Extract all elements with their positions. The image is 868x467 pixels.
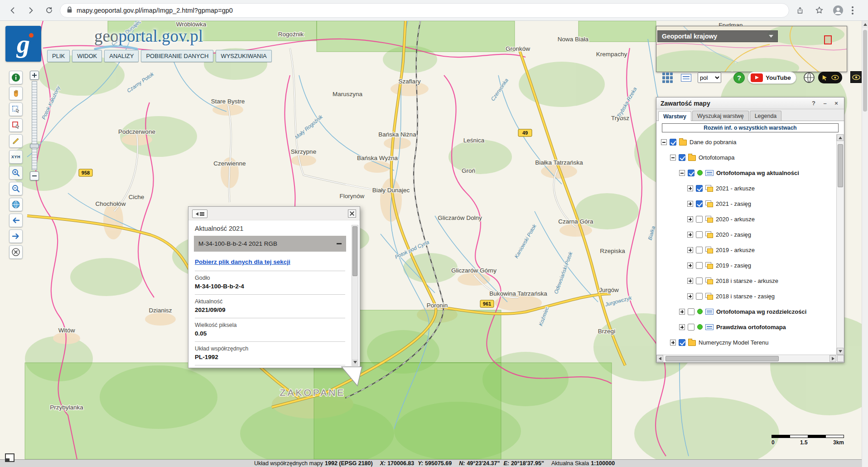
- layer-checkbox[interactable]: [696, 247, 703, 253]
- layer-checkbox[interactable]: [688, 170, 694, 176]
- tree-row[interactable]: 2020 - arkusze: [656, 211, 836, 227]
- menu-plik[interactable]: PLIK: [47, 50, 70, 62]
- layer-checkbox[interactable]: [670, 139, 676, 146]
- tree-row[interactable]: 2018 i starsze - zasięg: [656, 288, 836, 304]
- browser-back-button[interactable]: [5, 3, 20, 18]
- zoom-slider-plus-button[interactable]: [30, 71, 39, 80]
- panel-vertical-scrollbar[interactable]: [836, 134, 844, 355]
- layer-checkbox[interactable]: [679, 154, 685, 161]
- tree-row[interactable]: Ortofotomapa wg aktualności: [656, 165, 836, 180]
- layer-checkbox[interactable]: [679, 339, 685, 346]
- minimap-title-bar[interactable]: Geoportal krajowy: [657, 30, 778, 42]
- expand-icon[interactable]: [687, 232, 693, 238]
- wms-services-icon[interactable]: [681, 74, 691, 82]
- expand-icon[interactable]: [687, 293, 693, 299]
- tree-row[interactable]: 2021 - arkusze: [656, 180, 836, 196]
- collapse-icon[interactable]: [661, 139, 667, 145]
- layer-checkbox[interactable]: [696, 262, 703, 269]
- expand-icon[interactable]: [670, 340, 676, 345]
- globe-icon[interactable]: [803, 72, 815, 83]
- collapse-icon[interactable]: [670, 155, 676, 161]
- layer-checkbox[interactable]: [688, 324, 694, 331]
- scroll-down-arrow[interactable]: [837, 348, 844, 355]
- panel-close-button[interactable]: ×: [833, 100, 840, 107]
- tree-row[interactable]: 2019 - arkusze: [656, 242, 836, 258]
- layer-checkbox[interactable]: [688, 308, 694, 315]
- browser-refresh-button[interactable]: [42, 3, 56, 18]
- collapse-icon[interactable]: [679, 170, 685, 176]
- pan-hand-tool[interactable]: [9, 87, 23, 100]
- expand-icon[interactable]: [687, 216, 693, 222]
- measure-tool[interactable]: [9, 134, 23, 148]
- tree-row[interactable]: Ortofotomapa wg rozdzielczości: [656, 304, 836, 319]
- zoom-slider-track[interactable]: [32, 81, 37, 170]
- panel-horizontal-scrollbar[interactable]: [656, 355, 844, 362]
- popup-collapse-handle[interactable]: [192, 209, 207, 218]
- clear-selection-tool[interactable]: [9, 118, 23, 132]
- panel-minimize-button[interactable]: –: [821, 100, 829, 107]
- layer-checkbox[interactable]: [696, 231, 703, 238]
- tree-row[interactable]: Numeryczny Model Terenu: [656, 335, 836, 350]
- scroll-left-arrow[interactable]: [656, 355, 663, 362]
- browser-menu-icon[interactable]: [850, 5, 855, 16]
- share-icon[interactable]: [793, 3, 807, 18]
- expand-icon[interactable]: [687, 185, 693, 191]
- expand-icon[interactable]: [687, 201, 693, 207]
- address-bar[interactable]: mapy.geoportal.gov.pl/imap/Imgp_2.html?g…: [60, 3, 789, 18]
- menu-analizy[interactable]: ANALIZY: [104, 50, 139, 62]
- panel-help-button[interactable]: ?: [810, 100, 817, 107]
- menu-wyszukiwania[interactable]: WYSZUKIWANIA: [216, 50, 271, 62]
- expand-icon[interactable]: [687, 263, 693, 268]
- menu-widok[interactable]: WIDOK: [72, 50, 102, 62]
- popup-close-button[interactable]: [348, 209, 356, 218]
- minimap-extent-indicator[interactable]: [824, 35, 832, 44]
- xyh-coordinates-tool[interactable]: XYH: [9, 150, 23, 164]
- layer-checkbox[interactable]: [696, 185, 703, 192]
- overview-minimap[interactable]: Geoportal krajowy: [656, 26, 847, 72]
- layer-checkbox[interactable]: [696, 200, 703, 207]
- section-collapse-icon[interactable]: [337, 243, 342, 244]
- zoom-slider-handle[interactable]: [30, 144, 39, 148]
- profile-avatar[interactable]: [831, 3, 845, 18]
- tree-row[interactable]: Prawdziwa ortofotomapa: [656, 319, 836, 335]
- tree-row[interactable]: Dane do pobrania: [656, 134, 836, 150]
- map-compositions-icon[interactable]: [662, 73, 673, 83]
- scrollbar-thumb[interactable]: [838, 144, 843, 187]
- expand-all-layers-button[interactable]: Rozwiń inf. o wszystkich warstwach: [662, 123, 839, 132]
- language-select[interactable]: pol: [698, 73, 721, 83]
- popup-scroll-down-arrow[interactable]: [352, 359, 358, 365]
- zoom-slider-minus-button[interactable]: [30, 171, 39, 180]
- expand-icon[interactable]: [687, 247, 693, 253]
- tree-row[interactable]: 2018 i starsze - arkusze: [656, 273, 836, 288]
- layer-checkbox[interactable]: [696, 216, 703, 223]
- browser-forward-button[interactable]: [24, 3, 38, 18]
- expand-icon[interactable]: [679, 324, 685, 330]
- layer-checkbox[interactable]: [696, 293, 703, 300]
- scrollbar-thumb[interactable]: [665, 356, 779, 361]
- scroll-up-arrow[interactable]: [862, 21, 868, 28]
- popup-scrollbar-thumb[interactable]: [352, 226, 357, 276]
- screen-capture-tool-icon[interactable]: [5, 453, 14, 462]
- next-view-tool[interactable]: [9, 229, 23, 243]
- zoom-out-tool[interactable]: [9, 182, 23, 195]
- tree-row[interactable]: 2020 - zasięg: [656, 227, 836, 242]
- tab-wyszukaj-warstwe[interactable]: Wyszukaj warstwę: [692, 111, 749, 121]
- contrast-eye-toggle[interactable]: [850, 71, 862, 83]
- youtube-button[interactable]: YouTube: [747, 72, 796, 84]
- tab-warstwy[interactable]: Warstwy: [658, 111, 691, 121]
- select-area-tool[interactable]: [9, 102, 23, 116]
- zoom-in-tool[interactable]: [9, 166, 23, 180]
- expand-icon[interactable]: [687, 278, 693, 284]
- identify-info-tool[interactable]: [9, 71, 23, 84]
- tree-row[interactable]: Ortofotomapa: [656, 150, 836, 165]
- accessibility-toolbar-toggle[interactable]: [818, 72, 842, 83]
- result-section-header[interactable]: M-34-100-B-b-2-4 2021 RGB: [194, 236, 346, 252]
- tree-row[interactable]: 2021 - zasięg: [656, 196, 836, 211]
- layer-checkbox[interactable]: [696, 277, 703, 284]
- scroll-right-arrow[interactable]: [829, 355, 836, 362]
- cancel-tool[interactable]: [9, 245, 23, 259]
- scroll-up-arrow[interactable]: [837, 134, 844, 141]
- tree-row[interactable]: 2019 - zasięg: [656, 258, 836, 273]
- menu-pobieranie-danych[interactable]: POBIERANIE DANYCH: [141, 50, 213, 62]
- scrollbar-thumb[interactable]: [863, 30, 867, 112]
